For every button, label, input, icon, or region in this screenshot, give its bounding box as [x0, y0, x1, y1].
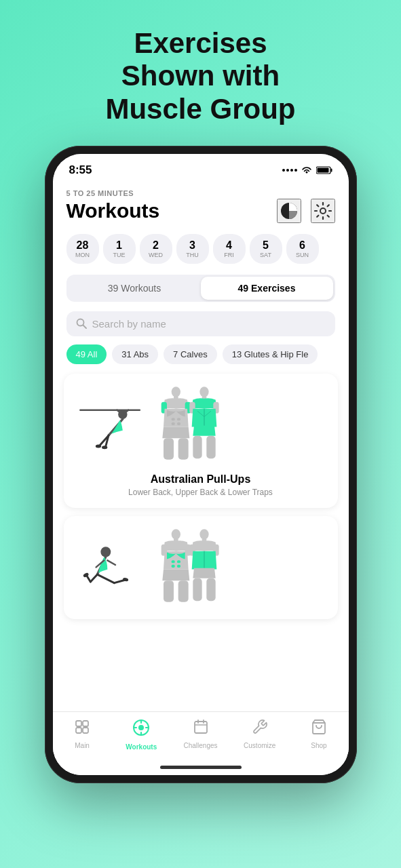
svg-line-36 — [107, 561, 115, 566]
svg-rect-33 — [206, 436, 215, 458]
svg-rect-2 — [317, 167, 328, 172]
exercise-card-bicycle[interactable] — [64, 516, 338, 620]
filter-calves[interactable]: 7 Calves — [164, 344, 217, 364]
nav-label-main: Main — [75, 742, 90, 749]
svg-point-65 — [138, 725, 144, 730]
svg-rect-50 — [177, 564, 180, 567]
svg-rect-22 — [177, 422, 180, 425]
exercise-card-inner-2 — [75, 527, 327, 609]
svg-rect-49 — [171, 564, 174, 567]
svg-rect-20 — [177, 418, 180, 420]
search-input[interactable]: Search by name — [92, 318, 166, 330]
workouts-icon — [132, 719, 150, 741]
nav-label-shop: Shop — [311, 742, 326, 749]
svg-rect-70 — [195, 722, 207, 733]
status-bar: 8:55 — [53, 154, 349, 181]
nav-item-challenges[interactable]: Challenges — [171, 719, 230, 751]
tab-workouts[interactable]: 39 Workouts — [69, 277, 201, 300]
gear-icon — [314, 202, 332, 220]
exercise-figure-bicycle — [75, 538, 142, 597]
filter-abs[interactable]: 31 Abs — [112, 344, 158, 364]
header-subheading: 5 TO 25 MINUTES — [66, 189, 335, 197]
svg-rect-52 — [178, 580, 188, 602]
main-icon — [74, 719, 90, 739]
app-content: 5 TO 25 MINUTES Workouts — [53, 181, 349, 775]
svg-line-39 — [97, 574, 114, 583]
day-4[interactable]: 4 FRI — [213, 234, 246, 264]
exercise-card-inner — [75, 384, 327, 467]
nav-item-customize[interactable]: Customize — [230, 719, 289, 751]
nav-item-shop[interactable]: Shop — [289, 719, 348, 751]
day-5[interactable]: 5 SAT — [250, 234, 282, 264]
filter-all[interactable]: 49 All — [66, 344, 107, 364]
pie-chart-icon — [280, 201, 299, 220]
svg-rect-60 — [76, 721, 81, 726]
svg-line-5 — [83, 326, 86, 329]
svg-point-53 — [199, 529, 208, 539]
wifi-icon — [301, 166, 312, 174]
exercises-list: Australian Pull-Ups Lower Back, Upper Ba… — [53, 368, 349, 711]
search-bar[interactable]: Search by name — [66, 311, 335, 336]
nav-label-customize: Customize — [244, 742, 275, 749]
svg-rect-32 — [193, 436, 202, 458]
svg-rect-23 — [164, 438, 174, 460]
exercise-card-bottom: Australian Pull-Ups Lower Back, Upper Ba… — [75, 473, 327, 497]
nav-item-main[interactable]: Main — [53, 719, 112, 751]
svg-rect-19 — [171, 418, 174, 420]
svg-point-14 — [102, 446, 107, 449]
search-icon — [76, 318, 87, 329]
svg-point-15 — [171, 387, 180, 397]
svg-point-34 — [100, 547, 111, 557]
signal-icon — [282, 169, 297, 172]
exercise-figure-pullups — [75, 399, 142, 452]
svg-rect-61 — [83, 721, 88, 726]
exercise-card-pullups[interactable]: Australian Pull-Ups Lower Back, Upper Ba… — [64, 374, 338, 508]
exercise-muscles-pullups: Lower Back, Upper Back & Lower Traps — [75, 488, 327, 497]
battery-icon — [316, 166, 332, 174]
day-1[interactable]: 1 TUE — [103, 234, 136, 264]
day-28[interactable]: 28 MON — [66, 234, 99, 264]
page-title: Workouts — [66, 199, 160, 222]
svg-line-37 — [90, 574, 97, 582]
svg-rect-47 — [171, 560, 174, 563]
svg-point-43 — [171, 529, 180, 539]
svg-rect-51 — [164, 580, 174, 602]
svg-rect-59 — [206, 578, 215, 600]
home-bar — [160, 766, 242, 769]
svg-rect-21 — [171, 422, 174, 425]
svg-rect-63 — [83, 728, 88, 733]
exercise-name-pullups: Australian Pull-Ups — [75, 473, 327, 486]
tab-bar: 39 Workouts 49 Exercises — [66, 275, 335, 302]
hero-heading: Exercises Shown with Muscle Group — [85, 0, 316, 146]
home-indicator — [53, 760, 349, 775]
nav-label-workouts: Workouts — [126, 743, 157, 751]
filter-row: 49 All 31 Abs 7 Calves 13 Glutes & Hip F… — [53, 340, 349, 368]
day-6[interactable]: 6 SUN — [286, 234, 319, 264]
tab-exercises[interactable]: 49 Exercises — [201, 277, 333, 300]
svg-rect-58 — [193, 578, 202, 600]
nav-item-workouts[interactable]: Workouts — [112, 719, 171, 751]
calendar-row: 28 MON 1 TUE 2 WED 3 THU 4 FRI — [53, 229, 349, 269]
settings-button[interactable] — [311, 199, 335, 223]
day-3[interactable]: 3 THU — [176, 234, 209, 264]
customize-icon — [252, 719, 268, 739]
svg-point-13 — [95, 444, 100, 448]
shop-icon — [311, 719, 327, 739]
phone-screen: 8:55 — [53, 154, 349, 775]
stats-button[interactable] — [277, 199, 301, 223]
svg-rect-1 — [330, 168, 332, 172]
svg-line-40 — [114, 580, 124, 583]
muscle-diagram-pullups — [153, 384, 221, 467]
svg-point-25 — [199, 387, 208, 397]
challenges-icon — [193, 719, 209, 739]
nav-label-challenges: Challenges — [183, 742, 217, 749]
muscle-diagram-bicycle — [153, 527, 221, 609]
filter-glutes[interactable]: 13 Glutes & Hip Fle — [223, 344, 318, 364]
day-2[interactable]: 2 WED — [140, 234, 172, 264]
status-time: 8:55 — [69, 163, 92, 177]
bottom-nav: Main Workouts — [53, 711, 349, 760]
svg-line-38 — [87, 576, 90, 582]
app-header: 5 TO 25 MINUTES Workouts — [53, 181, 349, 229]
svg-rect-48 — [177, 560, 180, 563]
svg-rect-62 — [76, 728, 81, 733]
